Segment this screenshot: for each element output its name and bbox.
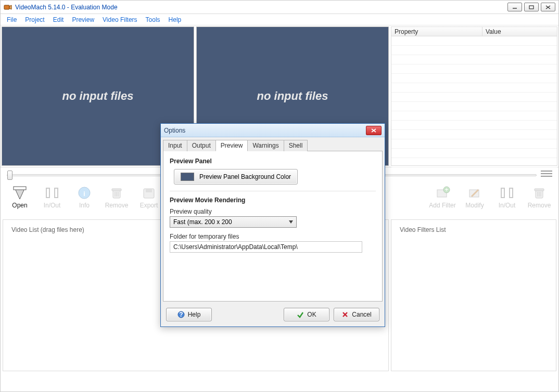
svg-text:i: i <box>83 190 85 198</box>
tab-warnings[interactable]: Warnings <box>247 140 284 151</box>
menu-tools[interactable]: Tools <box>142 15 164 24</box>
trash-icon <box>530 184 548 202</box>
tool-remove2-label: Remove <box>528 202 551 209</box>
preview-bg-color-button[interactable]: Preview Panel Background Color <box>174 169 298 185</box>
preview-panel-heading: Preview Panel <box>170 158 376 165</box>
svg-rect-27 <box>535 189 544 191</box>
help-icon: ? <box>177 311 185 318</box>
svg-rect-7 <box>14 187 26 190</box>
svg-rect-25 <box>510 188 513 198</box>
ok-button-label: OK <box>307 311 316 318</box>
menu-project[interactable]: Project <box>21 15 48 24</box>
titlebar: VideoMach 5.14.0 - Evaluation Mode <box>1 1 558 14</box>
inout-icon <box>43 184 61 202</box>
open-icon <box>11 184 29 202</box>
no-input-label: no input files <box>62 89 134 103</box>
help-button-label: Help <box>188 311 201 318</box>
svg-rect-24 <box>501 188 504 198</box>
slider-thumb[interactable] <box>7 171 12 180</box>
temp-folder-input[interactable]: C:\Users\Administrator\AppData\Local\Tem… <box>170 241 362 253</box>
cancel-icon <box>341 311 349 318</box>
tab-preview[interactable]: Preview <box>215 140 248 151</box>
tool-inout-label: In/Out <box>44 202 61 209</box>
video-filters-list[interactable]: Video Filters List <box>391 219 556 371</box>
cancel-button[interactable]: Cancel <box>334 308 379 321</box>
svg-rect-3 <box>529 6 533 9</box>
tab-input[interactable]: Input <box>163 140 187 151</box>
tab-page-preview: Preview Panel Preview Panel Background C… <box>163 151 383 302</box>
tool-inout2-label: In/Out <box>499 202 516 209</box>
svg-rect-0 <box>4 5 9 9</box>
menu-video-filters[interactable]: Video Filters <box>98 15 141 24</box>
tool-modify: Modify <box>459 183 491 209</box>
chevron-down-icon <box>289 220 293 224</box>
inout-icon <box>498 184 516 202</box>
add-filter-icon: + <box>434 184 451 202</box>
tab-output[interactable]: Output <box>187 140 216 151</box>
menu-help[interactable]: Help <box>164 15 186 24</box>
svg-rect-8 <box>46 188 49 198</box>
export-icon <box>140 184 158 202</box>
svg-rect-13 <box>112 189 121 191</box>
help-button[interactable]: ? Help <box>166 308 212 321</box>
tool-info: i Info <box>68 183 100 209</box>
dialog-tabs: Input Output Preview Warnings Shell <box>163 139 383 151</box>
menu-file[interactable]: File <box>3 15 21 24</box>
tool-addfilter-label: Add Filter <box>429 202 455 209</box>
tool-remove-label: Remove <box>105 202 129 209</box>
dialog-close-button[interactable] <box>366 126 382 135</box>
tool-open[interactable]: Open <box>4 183 36 209</box>
info-icon: i <box>75 184 93 202</box>
menu-edit[interactable]: Edit <box>49 15 68 24</box>
tool-export-label: Export <box>140 202 158 209</box>
maximize-button[interactable] <box>524 3 539 11</box>
temp-folder-label: Folder for temporary files <box>170 233 376 240</box>
temp-folder-value: C:\Users\Administrator\AppData\Local\Tem… <box>173 243 298 251</box>
ok-button[interactable]: OK <box>284 308 329 321</box>
video-list-label: Video List (drag files here) <box>11 226 84 233</box>
close-button[interactable] <box>541 3 555 11</box>
svg-text:+: + <box>444 186 448 193</box>
cancel-button-label: Cancel <box>352 311 371 318</box>
tool-inout-2: In/Out <box>491 183 523 209</box>
tool-remove: Remove <box>100 183 133 209</box>
modify-icon <box>466 184 484 202</box>
preview-render-heading: Preview Movie Rendering <box>170 197 376 204</box>
preview-quality-label: Preview quality <box>170 208 376 215</box>
svg-text:?: ? <box>179 311 183 318</box>
menu-preview[interactable]: Preview <box>68 15 98 24</box>
tool-add-filter: + Add Filter <box>426 183 459 209</box>
color-swatch <box>181 173 194 181</box>
svg-marker-1 <box>9 5 11 9</box>
tab-shell[interactable]: Shell <box>284 140 308 151</box>
filters-list-label: Video Filters List <box>400 226 446 233</box>
propgrid-col-value[interactable]: Value <box>482 27 557 36</box>
dialog-title: Options <box>164 127 185 134</box>
tool-inout: In/Out <box>36 183 68 209</box>
menu-icon[interactable] <box>541 169 552 178</box>
preview-quality-value: Fast (max. 200 x 200 <box>173 218 232 226</box>
check-icon <box>297 311 304 318</box>
minimize-button[interactable] <box>507 3 522 11</box>
trash-icon <box>108 184 125 202</box>
menubar: File Project Edit Preview Video Filters … <box>1 14 558 25</box>
tool-modify-label: Modify <box>465 202 484 209</box>
dialog-button-row: ? Help OK Cancel <box>161 304 385 326</box>
property-grid: Property Value <box>391 27 557 166</box>
propgrid-rows <box>391 36 557 167</box>
options-dialog: Options Input Output Preview Warnings Sh… <box>160 123 385 327</box>
propgrid-col-property[interactable]: Property <box>391 27 482 36</box>
tool-info-label: Info <box>79 202 90 209</box>
svg-rect-18 <box>146 189 152 192</box>
separator <box>170 191 376 191</box>
tool-open-label: Open <box>12 202 27 209</box>
svg-rect-9 <box>55 188 58 198</box>
tool-remove-2: Remove <box>523 183 555 209</box>
app-icon <box>4 3 12 11</box>
preview-bg-color-label: Preview Panel Background Color <box>199 173 291 180</box>
dialog-titlebar[interactable]: Options <box>161 124 385 137</box>
no-input-label: no input files <box>257 89 328 103</box>
preview-quality-combo[interactable]: Fast (max. 200 x 200 <box>170 216 297 228</box>
window-title: VideoMach 5.14.0 - Evaluation Mode <box>15 4 118 11</box>
